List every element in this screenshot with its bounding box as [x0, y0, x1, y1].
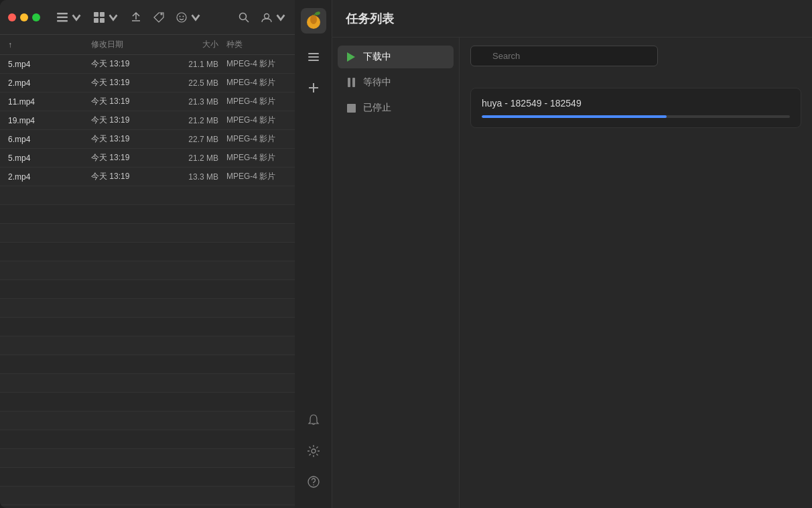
- file-type: MPEG-4 影片: [226, 58, 287, 70]
- svg-point-10: [240, 13, 247, 19]
- table-row[interactable]: 2.mp4 今天 13:19 13.3 MB MPEG-4 影片: [0, 168, 295, 186]
- empty-row: [0, 261, 295, 280]
- file-manager: ↑ 修改日期 大小 种类 5.mp4 今天 13:19 21.1 MB MPEG…: [0, 0, 295, 508]
- grid-view-button[interactable]: [93, 11, 119, 23]
- svg-line-11: [246, 19, 249, 22]
- download-item-title: huya - 182549 - 182549: [482, 98, 790, 109]
- table-row[interactable]: 19.mp4 今天 13:19 21.2 MB MPEG-4 影片: [0, 111, 295, 130]
- svg-rect-3: [94, 12, 98, 17]
- empty-row: [0, 318, 295, 336]
- column-size[interactable]: 大小: [165, 39, 218, 50]
- download-panel: 任务列表 下载中等待中已停止 huya - 182549 - 182549: [332, 0, 812, 508]
- empty-row: [0, 186, 295, 205]
- empty-row: [0, 505, 295, 508]
- svg-rect-18: [308, 60, 319, 61]
- share-button[interactable]: [130, 11, 142, 23]
- file-type: MPEG-4 影片: [226, 96, 287, 107]
- file-name: 6.mp4: [8, 135, 91, 144]
- tag-button[interactable]: [153, 11, 165, 23]
- account-button[interactable]: [261, 11, 287, 23]
- empty-row: [0, 336, 295, 355]
- progress-bar-fill: [482, 115, 667, 118]
- svg-point-12: [265, 13, 269, 18]
- svg-point-9: [183, 15, 184, 17]
- svg-rect-6: [100, 18, 105, 23]
- app-logo: [301, 8, 326, 34]
- task-list: 下载中等待中已停止: [332, 38, 460, 508]
- empty-row: [0, 243, 295, 261]
- task-item-waiting[interactable]: 等待中: [338, 71, 454, 94]
- download-item-card[interactable]: huya - 182549 - 182549: [470, 88, 801, 128]
- svg-rect-2: [57, 20, 68, 22]
- file-size: 21.2 MB: [165, 116, 218, 125]
- notifications-button[interactable]: [301, 407, 326, 433]
- file-name: 5.mp4: [8, 153, 91, 163]
- file-name: 11.mp4: [8, 97, 91, 107]
- file-type: MPEG-4 影片: [226, 171, 287, 182]
- empty-row: [0, 299, 295, 318]
- file-size: 13.3 MB: [165, 172, 218, 182]
- empty-row: [0, 224, 295, 243]
- content-area: huya - 182549 - 182549: [460, 38, 812, 508]
- sidebar: [295, 0, 332, 508]
- table-row[interactable]: 6.mp4 今天 13:19 22.7 MB MPEG-4 影片: [0, 130, 295, 149]
- task-item-downloading[interactable]: 下载中: [338, 46, 454, 68]
- svg-rect-1: [57, 16, 68, 18]
- svg-rect-0: [57, 13, 68, 15]
- file-date: 今天 13:19: [91, 77, 165, 88]
- table-row[interactable]: 2.mp4 今天 13:19 22.5 MB MPEG-4 影片: [0, 74, 295, 92]
- sidebar-bottom: [301, 407, 326, 500]
- task-item-stopped[interactable]: 已停止: [338, 97, 454, 119]
- file-size: 21.1 MB: [165, 60, 218, 69]
- empty-row: [0, 487, 295, 505]
- column-date[interactable]: 修改日期: [91, 39, 165, 50]
- empty-row: [0, 374, 295, 393]
- download-panel-title: 任务列表: [346, 11, 394, 27]
- file-type: MPEG-4 影片: [226, 115, 287, 126]
- pause-icon: [346, 77, 356, 88]
- empty-row: [0, 449, 295, 468]
- settings-button[interactable]: [301, 438, 326, 464]
- file-size: 22.7 MB: [165, 135, 218, 144]
- table-row[interactable]: 5.mp4 今天 13:19 21.1 MB MPEG-4 影片: [0, 55, 295, 74]
- minimize-button[interactable]: [20, 13, 28, 21]
- file-name: 2.mp4: [8, 78, 91, 88]
- table-row[interactable]: 11.mp4 今天 13:19 21.3 MB MPEG-4 影片: [0, 92, 295, 111]
- help-button[interactable]: [301, 469, 326, 495]
- sidebar-add-button[interactable]: [301, 75, 326, 101]
- file-type: MPEG-4 影片: [226, 152, 287, 164]
- empty-row: [0, 205, 295, 224]
- file-size: 22.5 MB: [165, 78, 218, 88]
- empty-row: [0, 355, 295, 374]
- maximize-button[interactable]: [32, 13, 40, 21]
- file-table-body: 5.mp4 今天 13:19 21.1 MB MPEG-4 影片 2.mp4 今…: [0, 55, 295, 508]
- task-item-label: 已停止: [363, 102, 391, 114]
- emoji-button[interactable]: [176, 11, 202, 23]
- sidebar-menu-button[interactable]: [301, 44, 326, 70]
- close-button[interactable]: [8, 13, 16, 21]
- empty-row: [0, 468, 295, 487]
- column-type[interactable]: 种类: [226, 39, 287, 50]
- search-button[interactable]: [238, 11, 250, 23]
- search-input[interactable]: [470, 46, 658, 66]
- file-name: 2.mp4: [8, 172, 91, 182]
- play-icon: [346, 52, 356, 62]
- table-header: ↑ 修改日期 大小 种类: [0, 35, 295, 55]
- svg-point-15: [314, 11, 320, 15]
- list-view-button[interactable]: [56, 11, 82, 23]
- file-type: MPEG-4 影片: [226, 77, 287, 88]
- file-date: 今天 13:19: [91, 96, 165, 107]
- file-date: 今天 13:19: [91, 171, 165, 182]
- download-header: 任务列表: [332, 0, 812, 38]
- svg-point-7: [177, 13, 186, 22]
- search-wrapper: [470, 46, 658, 77]
- svg-point-21: [312, 449, 316, 453]
- file-type: MPEG-4 影片: [226, 133, 287, 145]
- empty-row: [0, 430, 295, 449]
- table-row[interactable]: 5.mp4 今天 13:19 21.2 MB MPEG-4 影片: [0, 149, 295, 168]
- empty-row: [0, 280, 295, 299]
- svg-rect-4: [100, 12, 105, 17]
- svg-point-23: [313, 485, 314, 486]
- stop-icon: [346, 103, 356, 113]
- toolbar: [0, 0, 295, 35]
